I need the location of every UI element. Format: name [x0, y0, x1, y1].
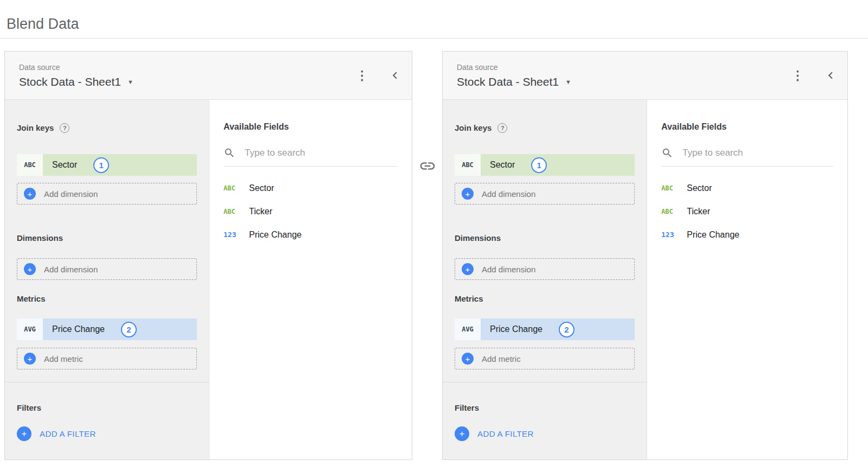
add-dimension-button[interactable]: + Add dimension: [17, 258, 197, 280]
join-key-chip[interactable]: ABC Sector 1: [17, 154, 197, 176]
help-icon[interactable]: ?: [497, 123, 507, 133]
dropdown-caret-icon: ▼: [127, 79, 133, 85]
field-item[interactable]: ABC Sector: [661, 176, 833, 200]
add-join-dimension-button[interactable]: + Add dimension: [17, 183, 197, 205]
dimensions-title: Dimensions: [455, 233, 635, 243]
field-search: [661, 147, 833, 167]
datasource-label: Data source: [19, 63, 133, 72]
overflow-menu-icon[interactable]: ⋮: [788, 69, 807, 82]
add-filter-label: ADD A FILTER: [477, 429, 534, 438]
field-name: Ticker: [249, 207, 272, 216]
available-fields-panel: Available Fields ABC Sector ABC Ticker: [647, 100, 847, 460]
panel-header-actions: ⋮: [788, 68, 838, 82]
metric-field-name: Price Change: [52, 324, 105, 334]
plus-icon: +: [17, 426, 31, 441]
datasource-select[interactable]: Data source Stock Data - Sheet1 ▼: [457, 63, 571, 88]
panel-header: Data source Stock Data - Sheet1 ▼ ⋮: [443, 52, 847, 100]
step-1-badge: 1: [531, 157, 547, 173]
field-item[interactable]: ABC Sector: [224, 176, 398, 200]
add-filter-button[interactable]: + ADD A FILTER: [455, 426, 635, 441]
metric-type-badge: 123: [224, 231, 244, 239]
field-name: Sector: [687, 183, 712, 193]
field-item[interactable]: 123 Price Change: [661, 223, 833, 246]
search-icon: [224, 147, 235, 159]
add-join-dimension-label: Add dimension: [44, 189, 98, 199]
search-input[interactable]: [682, 148, 833, 158]
join-key-field-name: Sector: [490, 160, 515, 170]
collapse-panel-icon[interactable]: [824, 68, 838, 82]
field-name: Price Change: [687, 230, 739, 240]
join-connector: [412, 157, 442, 177]
add-metric-button[interactable]: + Add metric: [17, 348, 197, 369]
link-icon: [419, 157, 436, 177]
dimension-type-badge: ABC: [661, 208, 682, 215]
filters-title: Filters: [455, 403, 635, 413]
blend-config-column: Join keys ? ABC Sector 1 + Add dimension…: [443, 100, 647, 460]
overflow-menu-icon[interactable]: ⋮: [353, 69, 372, 82]
fields-list: ABC Sector ABC Ticker 123 Price Change: [224, 176, 398, 246]
aggregation-badge: AVG: [455, 318, 481, 340]
field-name: Sector: [249, 183, 274, 193]
plus-icon: +: [462, 188, 474, 200]
dimension-type-badge: ABC: [661, 184, 682, 192]
filters-title: Filters: [17, 403, 197, 413]
panel-header-actions: ⋮: [353, 68, 402, 82]
page-title: Blend Data: [7, 15, 79, 33]
plus-icon: +: [455, 426, 469, 441]
add-metric-button[interactable]: + Add metric: [455, 348, 635, 369]
field-item[interactable]: 123 Price Change: [224, 223, 398, 246]
datasource-name: Stock Data - Sheet1: [457, 75, 559, 88]
field-search: [224, 147, 398, 167]
search-icon: [661, 147, 673, 159]
chip-label: Sector 1: [481, 154, 635, 176]
dimensions-title: Dimensions: [17, 233, 197, 243]
panel-body: Join keys ? ABC Sector 1 + Add dimension…: [443, 100, 847, 460]
page-header: Blend Data: [0, 0, 868, 39]
dimension-type-badge: ABC: [224, 184, 244, 192]
available-fields-title: Available Fields: [224, 122, 398, 132]
step-2-badge: 2: [121, 322, 137, 337]
datasource-select[interactable]: Data source Stock Data - Sheet1 ▼: [19, 63, 133, 88]
join-keys-heading-row: Join keys ?: [17, 123, 197, 133]
search-input[interactable]: [245, 148, 398, 158]
panel-body: Join keys ? ABC Sector 1 + Add dimension…: [5, 100, 412, 460]
datasource-name-row: Stock Data - Sheet1 ▼: [457, 75, 571, 88]
metric-chip[interactable]: AVG Price Change 2: [17, 318, 197, 340]
metric-chip[interactable]: AVG Price Change 2: [455, 318, 635, 340]
field-name: Price Change: [249, 230, 302, 240]
add-dimension-button[interactable]: + Add dimension: [455, 258, 635, 280]
field-item[interactable]: ABC Ticker: [224, 200, 398, 223]
field-item[interactable]: ABC Ticker: [661, 200, 833, 223]
field-name: Ticker: [687, 207, 710, 216]
add-join-dimension-button[interactable]: + Add dimension: [455, 183, 635, 205]
datasource-panel-1: Data source Stock Data - Sheet1 ▼ ⋮ Join…: [4, 51, 412, 460]
datasource-name-row: Stock Data - Sheet1 ▼: [19, 75, 133, 88]
collapse-panel-icon[interactable]: [388, 68, 402, 82]
help-icon[interactable]: ?: [60, 123, 69, 133]
fields-list: ABC Sector ABC Ticker 123 Price Change: [661, 176, 833, 246]
add-dimension-label: Add dimension: [44, 265, 98, 274]
metrics-title: Metrics: [17, 294, 197, 304]
join-keys-heading-row: Join keys ?: [455, 123, 635, 133]
chip-label: Sector 1: [43, 154, 197, 176]
step-1-badge: 1: [93, 157, 109, 173]
aggregation-badge: AVG: [17, 318, 43, 340]
add-dimension-label: Add dimension: [482, 265, 535, 274]
section-divider: [5, 382, 209, 382]
datasource-name: Stock Data - Sheet1: [19, 75, 121, 88]
metric-field-name: Price Change: [490, 324, 542, 334]
plus-icon: +: [462, 353, 474, 365]
available-fields-panel: Available Fields ABC Sector ABC Ticker: [209, 100, 412, 460]
dropdown-caret-icon: ▼: [565, 79, 571, 85]
blend-config-column: Join keys ? ABC Sector 1 + Add dimension…: [5, 100, 209, 460]
add-filter-button[interactable]: + ADD A FILTER: [17, 426, 197, 441]
add-metric-label: Add metric: [482, 354, 521, 363]
join-keys-title: Join keys: [455, 123, 492, 133]
chip-label: Price Change 2: [481, 318, 635, 340]
join-key-chip[interactable]: ABC Sector 1: [455, 154, 635, 176]
step-2-badge: 2: [559, 322, 575, 337]
field-type-badge: ABC: [455, 154, 481, 176]
field-type-badge: ABC: [17, 154, 43, 176]
plus-icon: +: [24, 353, 36, 365]
plus-icon: +: [24, 263, 36, 275]
